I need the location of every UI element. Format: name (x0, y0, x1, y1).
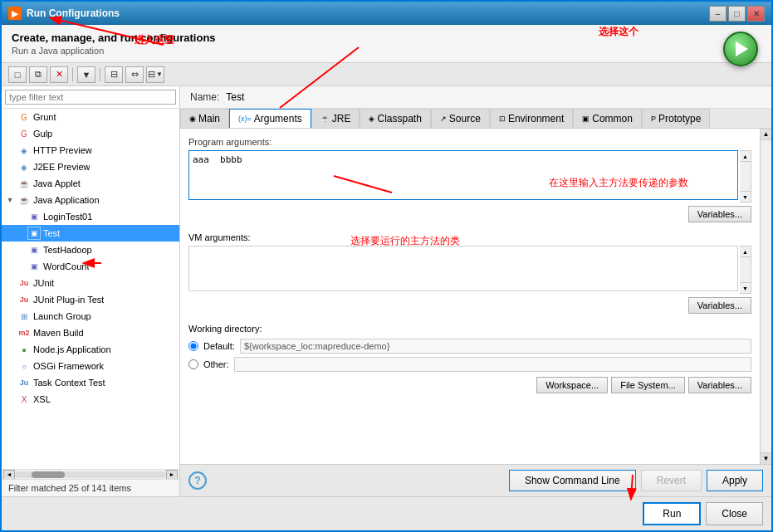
tab-main[interactable]: ◉ Main (180, 109, 229, 128)
default-radio-label: Default: (203, 341, 235, 351)
tree-item-task[interactable]: Ju Task Context Test (2, 374, 179, 391)
help-icon[interactable]: ? (188, 471, 207, 490)
program-args-scrollbar[interactable]: ▲ ▼ (740, 150, 751, 203)
right-vscrollbar[interactable]: ▲ ▼ (760, 129, 771, 464)
name-value: Test (226, 91, 244, 103)
wordcount-label: WordCount (43, 261, 89, 271)
javaapp-label: Java Application (33, 195, 100, 205)
vm-args-variables-row: Variables... (188, 297, 751, 314)
working-dir-label: Working directory: (188, 324, 751, 334)
default-radio[interactable] (188, 341, 198, 351)
close-dialog-button[interactable]: Close (706, 502, 763, 525)
tab-common[interactable]: ▣ Common (573, 109, 642, 128)
view-menu-button[interactable]: ⊟▼ (146, 66, 164, 83)
other-dir-input[interactable] (234, 357, 751, 372)
tree-item-osgi[interactable]: ○ OSGi Framework (2, 358, 179, 374)
link-button[interactable]: ⇔ (125, 66, 144, 83)
bottom-bar: ? Show Command Line Revert Apply (180, 464, 771, 496)
tree-item-login[interactable]: ▣ LoginTest01 (2, 208, 179, 225)
window-icon: ▶ (8, 7, 22, 20)
run-configurations-window: ▶ Run Configurations – □ ✕ Create, manag… (0, 0, 773, 532)
maven-icon: m2 (17, 326, 31, 339)
filter-button[interactable]: ▼ (77, 66, 95, 83)
tree-item-testhadoop[interactable]: ▣ TestHadoop (2, 242, 179, 258)
run-button[interactable]: Run (643, 502, 701, 525)
tree-item-launchgroup[interactable]: ⊞ Launch Group (2, 308, 179, 325)
tree-item-gulp[interactable]: G Gulp (2, 125, 179, 142)
program-args-container: aaa bbbb ▲ ▼ (188, 150, 751, 203)
environment-tab-label: Environment (508, 113, 564, 124)
common-tab-label: Common (592, 113, 633, 124)
classpath-tab-icon: ◈ (369, 115, 374, 123)
tree-item-test[interactable]: ▣ Test (2, 225, 179, 242)
tree-hscroll[interactable]: ◄ ► (2, 469, 179, 479)
dir-variables-button[interactable]: Variables... (688, 377, 751, 393)
tree-item-xsl[interactable]: X XSL (2, 391, 179, 408)
vm-args-scrollbar[interactable]: ▲ ▼ (740, 246, 751, 294)
tab-source[interactable]: ↗ Source (431, 109, 490, 128)
tab-jre[interactable]: ☕ JRE (311, 109, 360, 128)
duplicate-button[interactable]: ⧉ (29, 66, 47, 83)
tree-item-http[interactable]: ◈ HTTP Preview (2, 142, 179, 159)
tab-prototype[interactable]: P Prototype (642, 109, 710, 128)
main-tab-icon: ◉ (189, 115, 196, 123)
window-controls: – □ ✕ (709, 6, 765, 22)
testhadoop-icon: ▣ (27, 243, 41, 256)
tree-item-junitplugin[interactable]: Ju JUnit Plug-in Test (2, 291, 179, 308)
default-dir-input[interactable] (240, 339, 751, 354)
other-radio[interactable] (188, 359, 198, 369)
j2ee-icon: ◈ (17, 160, 31, 173)
filter-input[interactable] (5, 90, 176, 105)
args-scroll-down[interactable]: ▼ (740, 191, 751, 202)
tree-item-javaapp[interactable]: ▼ ☕ Java Application (2, 192, 179, 208)
apply-button[interactable]: Apply (707, 470, 763, 491)
tab-classpath[interactable]: ◈ Classpath (360, 109, 430, 128)
new-config-button[interactable]: □ (8, 66, 27, 83)
vm-args-variables-button[interactable]: Variables... (688, 297, 751, 314)
tree-item-junit[interactable]: Ju JUnit (2, 275, 179, 291)
tree-item-grunt[interactable]: G Grunt (2, 109, 179, 125)
args-scroll-up[interactable]: ▲ (740, 151, 751, 162)
close-button[interactable]: ✕ (747, 6, 765, 22)
maven-label: Maven Build (33, 328, 84, 338)
maximize-button[interactable]: □ (728, 6, 746, 22)
program-args-label: Program arguments: (188, 137, 751, 147)
tree-item-j2ee[interactable]: ◈ J2EE Preview (2, 159, 179, 175)
hscrollbar-thumb[interactable] (32, 471, 65, 478)
hscrollbar-track[interactable] (15, 471, 166, 478)
tree-item-applet[interactable]: ☕ Java Applet (2, 175, 179, 192)
tree-item-nodejs[interactable]: ● Node.js Application (2, 341, 179, 358)
run-icon-button[interactable] (723, 32, 758, 66)
osgi-icon: ○ (17, 359, 31, 373)
tab-arguments[interactable]: (x)= Arguments (229, 109, 311, 129)
right-scroll-up[interactable]: ▲ (761, 129, 771, 140)
source-tab-icon: ↗ (440, 115, 447, 123)
program-args-variables-button[interactable]: Variables... (688, 206, 751, 222)
collapse-all-button[interactable]: ⊟ (105, 66, 123, 83)
testhadoop-label: TestHadoop (43, 245, 92, 255)
scroll-right-btn[interactable]: ► (166, 470, 178, 480)
vm-args-input[interactable] (188, 246, 738, 291)
tree-item-maven[interactable]: m2 Maven Build (2, 325, 179, 341)
vm-scroll-up[interactable]: ▲ (740, 246, 751, 257)
javaapp-expand[interactable]: ▼ (5, 195, 15, 205)
source-tab-label: Source (449, 113, 481, 124)
tab-environment[interactable]: ⊡ Environment (490, 109, 573, 128)
workspace-button[interactable]: Workspace... (536, 377, 608, 393)
help-icon-container[interactable]: ? (188, 471, 207, 490)
revert-button[interactable]: Revert (641, 470, 702, 491)
right-scroll-down[interactable]: ▼ (761, 452, 771, 464)
vm-scroll-down[interactable]: ▼ (740, 282, 751, 293)
toolbar: □ ⧉ ✕ ▼ ⊟ ⇔ ⊟▼ (2, 63, 771, 86)
main-tab-label: Main (198, 113, 220, 124)
filesystem-button[interactable]: File System... (611, 377, 685, 393)
program-args-input[interactable]: aaa bbbb (188, 150, 738, 200)
show-command-line-button[interactable]: Show Command Line (509, 470, 636, 491)
tree-area: G Grunt G Gulp ◈ HTTP Preview (2, 109, 179, 469)
program-args-variables-row: Variables... (188, 206, 751, 222)
junitplugin-label: JUnit Plug-in Test (33, 295, 104, 305)
scroll-left-btn[interactable]: ◄ (3, 470, 15, 480)
delete-button[interactable]: ✕ (50, 66, 68, 83)
minimize-button[interactable]: – (709, 6, 727, 22)
tree-item-wordcount[interactable]: ▣ WordCount (2, 258, 179, 275)
